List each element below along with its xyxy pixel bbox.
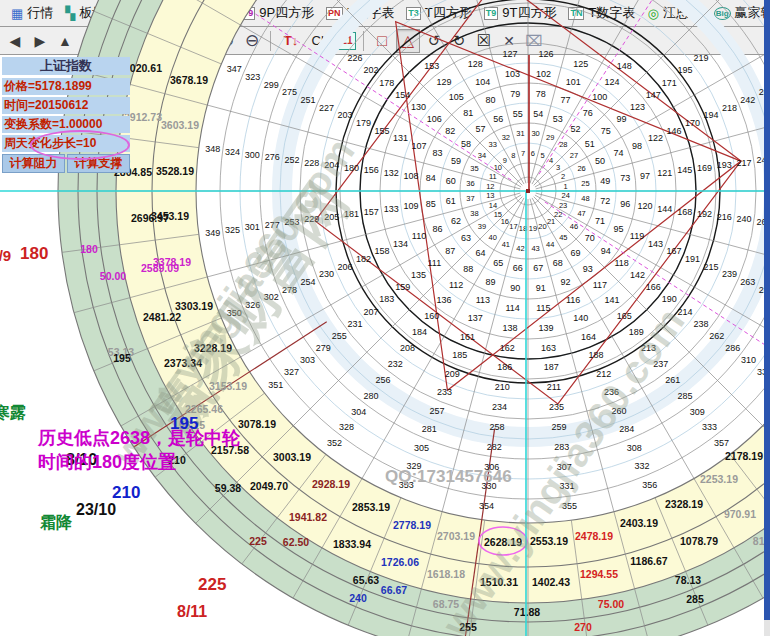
svg-text:35: 35 [470,164,478,173]
svg-text:63: 63 [461,233,471,243]
svg-text:2589.09: 2589.09 [141,262,179,274]
svg-text:351: 351 [268,380,283,390]
svg-text:49: 49 [600,176,610,186]
svg-text:119: 119 [630,231,644,241]
svg-text:137: 137 [468,313,483,323]
svg-text:285: 285 [678,391,693,401]
svg-text:285: 285 [686,593,704,605]
svg-text:88: 88 [463,264,473,274]
svg-text:309: 309 [690,407,705,417]
svg-text:157: 157 [364,207,379,217]
svg-text:204: 204 [324,160,339,170]
svg-text:148: 148 [617,61,632,71]
svg-text:127: 127 [502,49,517,59]
svg-text:140: 140 [573,313,588,323]
svg-text:171: 171 [662,78,677,88]
svg-text:160: 160 [424,311,439,321]
svg-text:30: 30 [531,129,539,138]
svg-text:39: 39 [478,222,486,231]
svg-text:82: 82 [445,126,455,136]
svg-text:234: 234 [492,402,507,412]
svg-text:86: 86 [432,224,442,234]
svg-text:2253.19: 2253.19 [700,473,738,485]
svg-text:51: 51 [585,139,595,149]
svg-text:71.88: 71.88 [514,606,540,618]
index-name: 上证指数 [2,57,130,75]
svg-text:217: 217 [737,158,752,168]
svg-text:32: 32 [502,133,510,142]
svg-text:78: 78 [536,89,546,99]
svg-text:66.67: 66.67 [381,584,407,596]
svg-text:28: 28 [559,140,567,149]
svg-text:2: 2 [561,172,565,181]
svg-text:326: 326 [245,300,260,310]
svg-text:23: 23 [559,201,567,210]
svg-text:65.63: 65.63 [353,574,379,586]
svg-text:164: 164 [581,332,596,342]
svg-text:59: 59 [451,156,461,166]
svg-text:121: 121 [657,168,672,178]
svg-text:300: 300 [245,150,260,160]
svg-text:75.00: 75.00 [598,598,624,610]
svg-text:81: 81 [463,108,473,118]
svg-text:1833.94: 1833.94 [333,538,371,550]
svg-text:2403.19: 2403.19 [620,517,658,529]
svg-text:195: 195 [678,65,693,75]
svg-text:43: 43 [531,244,539,253]
svg-text:62: 62 [451,216,461,226]
svg-text:301: 301 [245,222,260,232]
svg-text:348: 348 [205,144,220,154]
svg-text:2478.19: 2478.19 [575,530,613,542]
svg-text:2553.19: 2553.19 [530,535,568,547]
svg-text:278: 278 [282,285,297,295]
svg-text:19: 19 [529,224,537,233]
svg-text:78.13: 78.13 [675,574,701,586]
svg-text:134: 134 [393,239,408,249]
window-border-bottom [764,620,770,636]
svg-text:3: 3 [556,163,560,172]
outer-label: 23/9 [0,247,11,264]
svg-text:228: 228 [304,158,319,168]
svg-text:116: 116 [566,295,580,305]
svg-text:44: 44 [546,240,554,249]
calc-support-button[interactable]: 计算支撑 [67,154,130,173]
calc-resistance-button[interactable]: 计算阻力 [2,154,65,173]
svg-text:85: 85 [426,199,436,209]
svg-text:25: 25 [581,179,589,188]
svg-text:126: 126 [538,49,553,59]
index-info-panel: 上证指数 价格=5178.1899时间=20150612变换系数=1.00000… [2,57,130,173]
svg-text:225: 225 [249,535,267,547]
svg-text:105: 105 [449,92,464,102]
svg-text:187: 187 [544,362,559,372]
svg-text:46: 46 [570,222,578,231]
svg-text:100: 100 [592,92,607,102]
svg-text:232: 232 [388,359,403,369]
svg-text:3228.19: 3228.19 [194,342,232,354]
svg-text:1: 1 [564,182,568,191]
svg-text:282: 282 [487,442,502,452]
panel-row-2: 变换系数=1.00000 [2,116,130,133]
svg-text:281: 281 [422,424,437,434]
qq-watermark: QQ:1731457646 [385,467,512,487]
svg-text:2853.19: 2853.19 [352,501,390,513]
svg-text:357: 357 [714,438,729,448]
outer-label: 225 [198,575,226,595]
svg-text:181: 181 [344,209,359,219]
svg-text:305: 305 [414,443,429,453]
svg-text:354: 354 [479,501,494,511]
svg-text:182: 182 [356,254,371,264]
svg-text:155: 155 [375,126,390,136]
svg-text:349: 349 [205,228,220,238]
svg-text:299: 299 [264,80,279,90]
svg-text:50: 50 [595,156,605,166]
svg-text:26: 26 [577,164,585,173]
svg-text:47: 47 [577,209,585,218]
svg-text:216: 216 [717,212,732,222]
svg-text:212: 212 [596,369,611,379]
svg-text:240: 240 [737,214,752,224]
svg-text:219: 219 [693,53,708,63]
svg-text:227: 227 [319,103,334,113]
svg-text:193: 193 [717,160,732,170]
svg-text:73: 73 [620,173,630,183]
svg-text:2049.70: 2049.70 [250,480,288,492]
